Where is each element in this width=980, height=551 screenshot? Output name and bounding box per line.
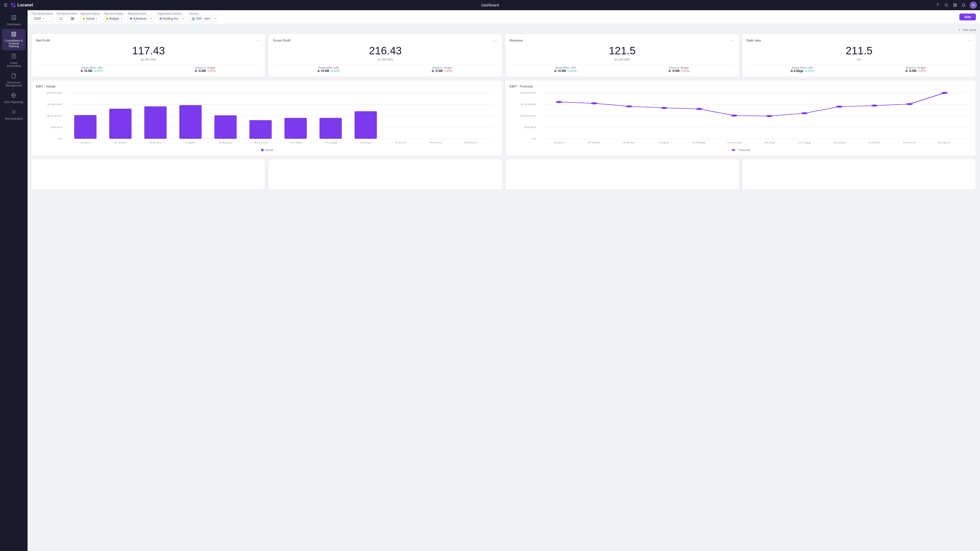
sidebar-item-consolidation[interactable]: Consolidation & Financial Planning <box>2 29 25 50</box>
svg-text:Nov: Nov <box>903 141 916 144</box>
svg-text:May: May <box>692 141 706 144</box>
svg-text:Mar: Mar <box>623 141 635 144</box>
search-icon[interactable] <box>944 3 949 8</box>
grid-icon[interactable] <box>953 3 958 8</box>
kpi-metric-left: Actual offset -12M Δ +0.5M +2.87% <box>510 66 621 73</box>
kpi-metric1-pct: +2.87% <box>330 69 340 73</box>
kpi-metric1-label: Actual offset -12M <box>510 66 621 69</box>
kpi-metric1-label: Actual offset -12M <box>746 66 858 69</box>
help-icon[interactable]: ? <box>935 3 940 8</box>
svg-point-72 <box>836 106 842 108</box>
partners-select[interactable]: 🏢 500 - Join... ▾ <box>189 16 218 22</box>
adjustment-level-label: Adjustment level <box>127 12 154 15</box>
hamburger-icon[interactable]: ☰ <box>3 3 8 8</box>
time-period-base-select[interactable]: 2020 ▾ <box>32 16 52 22</box>
partners-label: Partners <box>189 12 218 15</box>
data-level-base-select[interactable]: Actual ▾ <box>80 16 101 22</box>
svg-text:Aug: Aug <box>798 141 811 144</box>
time-period-delta-input[interactable] <box>56 16 69 22</box>
svg-rect-36 <box>180 105 202 139</box>
svg-point-75 <box>941 92 948 94</box>
org-element-select[interactable]: Holding Inc... ▾ <box>157 16 186 22</box>
svg-line-5 <box>947 6 948 6</box>
ebit-actual-legend: Actual <box>36 148 498 151</box>
kpi-metric2-delta: Δ -0.5M <box>195 69 206 73</box>
kpi-metric1-value: Δ 0.00pp +2.87% <box>746 69 858 73</box>
svg-text:Apr: Apr <box>659 141 670 144</box>
kpi-title: Revenue <box>510 38 523 42</box>
bottom-card-3 <box>505 159 739 189</box>
sidebar-item-dashboard[interactable]: Dashboard <box>2 12 25 28</box>
svg-text:June: June <box>253 141 269 144</box>
svg-text:2000: 2000 <box>46 92 62 94</box>
svg-rect-39 <box>285 118 307 139</box>
sidebar-item-lease[interactable]: Lease Accounting <box>2 51 25 70</box>
sidebar-item-esg[interactable]: ESG Reporting <box>2 90 25 106</box>
topbar-left: ☰ Lucanet <box>3 3 33 8</box>
hide-panel-button[interactable]: Hide panel <box>958 28 976 32</box>
chevron-down-icon: ▾ <box>96 17 97 20</box>
svg-rect-1 <box>14 3 15 5</box>
svg-text:Apr: Apr <box>185 141 196 144</box>
kpi-metric1-delta: Δ +0.5M <box>554 69 566 73</box>
kpi-unit: (in 1M USD) <box>36 58 261 61</box>
kpi-metric2-pct: -2.87% <box>917 69 926 73</box>
actual-legend-label: Actual <box>265 148 273 151</box>
svg-text:0: 0 <box>58 138 62 140</box>
svg-rect-33 <box>74 115 97 139</box>
sidebar-item-disclosure[interactable]: Disclosure Management <box>2 70 25 89</box>
ebit-actual-title: EBIT - Actual <box>36 84 498 88</box>
svg-text:1500: 1500 <box>46 103 62 106</box>
kpi-metrics: Actual offset -12M Δ 0.00pp +2.87% Actua… <box>746 66 972 73</box>
svg-point-65 <box>591 102 597 104</box>
svg-text:June: June <box>727 141 742 144</box>
svg-text:May: May <box>219 141 232 144</box>
kpi-divider <box>510 64 735 64</box>
avatar[interactable]: U <box>970 2 977 9</box>
consolidation-icon <box>11 32 17 38</box>
logo-text: Lucanet <box>18 3 33 7</box>
sidebar-item-label: Administration <box>5 117 23 120</box>
kpi-menu-icon[interactable]: ⋯ <box>493 38 498 43</box>
svg-rect-2 <box>11 5 13 7</box>
bar-chart-svg: 2000 1500 1000 500 0 <box>36 90 498 146</box>
svg-point-74 <box>906 103 913 105</box>
forecast-legend-label: Forecast <box>739 148 750 151</box>
kpi-metric2-label: Actual vs. Budget <box>860 66 972 69</box>
svg-text:Jan: Jan <box>80 141 91 144</box>
svg-text:Sep: Sep <box>833 141 846 144</box>
svg-rect-0 <box>11 3 13 5</box>
kpi-menu-icon[interactable]: ⋯ <box>730 38 735 43</box>
svg-text:1500: 1500 <box>520 103 536 106</box>
kpi-menu-icon[interactable]: ⋯ <box>967 38 972 43</box>
svg-text:Aug: Aug <box>325 141 337 144</box>
svg-text:July: July <box>763 141 776 144</box>
kpi-metric-right: Actual vs. Budget Δ -0.5M -2.87% <box>150 66 261 73</box>
svg-rect-12 <box>12 18 13 20</box>
data-level-base2-select[interactable]: Budget ▾ <box>104 16 124 22</box>
line-chart-svg: 2000 1500 1000 500 0 <box>510 90 972 146</box>
kpi-title: Gross Profit <box>273 38 290 42</box>
notification-icon[interactable] <box>961 3 966 8</box>
svg-text:Oct: Oct <box>395 141 406 144</box>
kpi-metric2-label: Actual vs. Budget <box>150 66 261 69</box>
kpi-menu-icon[interactable]: ⋯ <box>256 38 261 43</box>
svg-point-67 <box>661 107 667 109</box>
svg-point-68 <box>696 108 702 110</box>
chevron-down-icon: ▾ <box>43 17 44 20</box>
partners-value: 500 - Join... <box>196 17 212 21</box>
chevron-down-icon: ▾ <box>215 17 216 20</box>
svg-rect-16 <box>12 35 16 37</box>
adjustment-level-select[interactable]: Individual... ▾ <box>127 16 154 22</box>
svg-rect-7 <box>955 3 956 5</box>
svg-rect-11 <box>14 16 16 17</box>
adj-dot <box>130 17 132 20</box>
svg-rect-9 <box>955 5 956 6</box>
administration-icon <box>11 109 17 116</box>
edit-button[interactable]: Edit <box>959 14 976 21</box>
forecast-legend-line <box>732 150 735 151</box>
kpi-metrics: Actual offset -12M Δ +0.5M +2.87% Actual… <box>36 66 261 73</box>
sidebar-item-administration[interactable]: Administration <box>2 106 25 123</box>
svg-text:Nov: Nov <box>430 141 442 144</box>
org-element-value: Holding Inc... <box>162 17 180 21</box>
